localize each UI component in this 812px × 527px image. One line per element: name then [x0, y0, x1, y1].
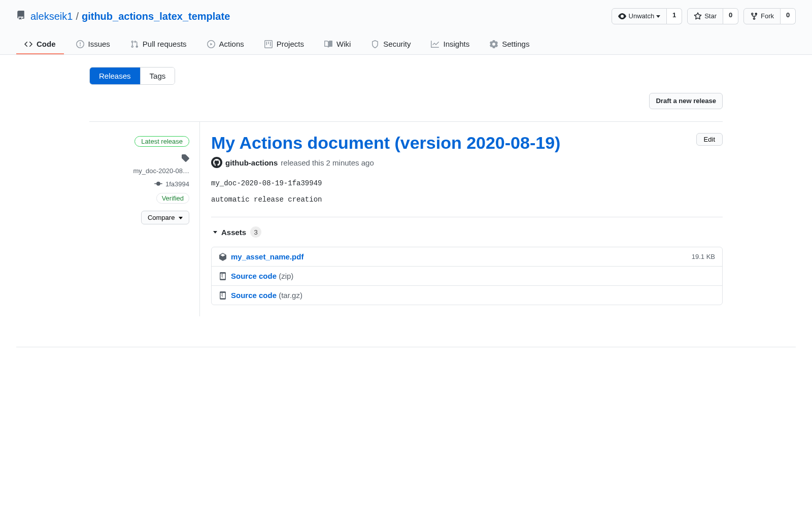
tab-projects[interactable]: Projects	[256, 35, 312, 54]
release-sidebar: Latest release my_doc-2020-08… 1fa3994 V…	[89, 122, 200, 316]
shield-icon	[371, 40, 379, 48]
star-count[interactable]: 0	[723, 8, 738, 24]
release-author[interactable]: github-actions	[225, 158, 278, 167]
commit-icon	[154, 180, 162, 188]
tab-insights[interactable]: Insights	[423, 35, 478, 54]
repo-name-link[interactable]: github_actions_latex_template	[82, 11, 230, 22]
watch-group: Unwatch 1	[612, 8, 683, 24]
asset-row: Source code (tar.gz)	[212, 285, 722, 305]
assets-count: 3	[250, 226, 261, 238]
asset-row: my_asset_name.pdf 19.1 KB	[212, 247, 722, 266]
repo-icon	[16, 11, 25, 22]
graph-icon	[431, 40, 439, 48]
caret-down-icon	[656, 15, 660, 18]
star-icon	[694, 12, 702, 20]
tag-row[interactable]	[89, 154, 189, 162]
subnav-releases[interactable]: Releases	[90, 68, 140, 84]
tag-icon	[181, 154, 189, 162]
zip-icon	[219, 291, 227, 300]
release-main: My Actions document (version 2020-08-19)…	[200, 122, 723, 316]
fork-group: Fork 0	[743, 8, 796, 24]
asset-link[interactable]: my_asset_name.pdf	[231, 252, 303, 261]
watch-count[interactable]: 1	[667, 8, 682, 24]
pull-request-icon	[130, 40, 139, 48]
releases-tags-subnav: Releases Tags	[89, 67, 175, 85]
release-body: my_doc-2020-08-19-1fa39949 automatic rel…	[211, 179, 723, 204]
unwatch-label: Unwatch	[629, 11, 655, 21]
release-byline: github-actions released this 2 minutes a…	[211, 157, 723, 168]
release-time: released this 2 minutes ago	[281, 158, 374, 167]
repo-nav: Code Issues Pull requests Actions Projec…	[16, 35, 796, 54]
assets-toggle[interactable]: Assets 3	[211, 226, 723, 238]
tag-name[interactable]: my_doc-2020-08…	[89, 167, 189, 175]
repo-owner-link[interactable]: alekseik1	[30, 11, 73, 22]
fork-button[interactable]: Fork	[743, 8, 781, 24]
author-avatar[interactable]	[211, 157, 222, 168]
play-icon	[207, 40, 215, 48]
caret-down-icon	[179, 217, 183, 219]
zip-icon	[219, 272, 227, 280]
compare-button[interactable]: Compare	[141, 211, 189, 224]
book-icon	[324, 40, 332, 48]
subnav-tags[interactable]: Tags	[140, 68, 175, 84]
tab-security[interactable]: Security	[363, 35, 419, 54]
asset-size: 19.1 KB	[692, 253, 715, 260]
verified-badge[interactable]: Verified	[156, 193, 189, 204]
star-label: Star	[704, 11, 717, 21]
fork-icon	[750, 12, 758, 20]
tab-settings[interactable]: Settings	[482, 35, 537, 54]
commit-row[interactable]: 1fa3994	[89, 180, 189, 188]
eye-icon	[618, 12, 626, 20]
asset-link[interactable]: Source code (tar.gz)	[231, 291, 302, 300]
tab-wiki[interactable]: Wiki	[316, 35, 359, 54]
tab-code[interactable]: Code	[16, 35, 64, 54]
project-icon	[264, 40, 273, 48]
edit-button[interactable]: Edit	[696, 133, 723, 146]
repo-title: alekseik1 / github_actions_latex_templat…	[16, 11, 230, 22]
asset-link[interactable]: Source code (zip)	[231, 272, 293, 280]
gear-icon	[490, 40, 498, 48]
asset-row: Source code (zip)	[212, 266, 722, 285]
footer-rule	[16, 347, 796, 347]
fork-count[interactable]: 0	[781, 8, 796, 24]
code-icon	[24, 40, 32, 48]
issue-icon	[76, 40, 84, 48]
caret-down-icon	[213, 231, 217, 234]
latest-release-badge: Latest release	[134, 136, 189, 147]
star-button[interactable]: Star	[687, 8, 723, 24]
tab-actions[interactable]: Actions	[199, 35, 252, 54]
unwatch-button[interactable]: Unwatch	[612, 8, 667, 24]
tab-issues[interactable]: Issues	[68, 35, 118, 54]
draft-release-button[interactable]: Draft a new release	[649, 93, 723, 109]
github-icon	[213, 159, 220, 166]
release-title[interactable]: My Actions document (version 2020-08-19)	[211, 133, 560, 153]
slash: /	[76, 11, 79, 22]
star-group: Star 0	[687, 8, 738, 24]
tab-pulls[interactable]: Pull requests	[122, 35, 195, 54]
package-icon	[219, 253, 227, 261]
asset-list: my_asset_name.pdf 19.1 KB Source code (z…	[211, 247, 723, 305]
fork-label: Fork	[761, 11, 774, 21]
